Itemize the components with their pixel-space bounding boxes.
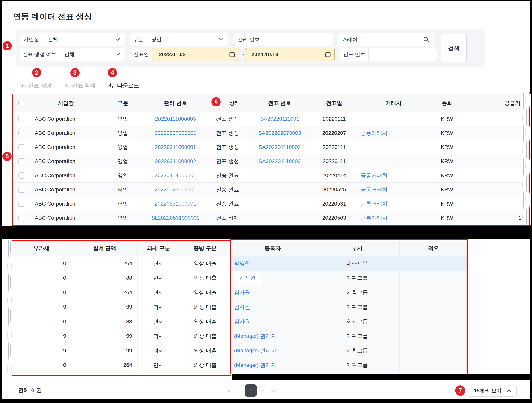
slip-no-link[interactable] bbox=[248, 196, 311, 211]
col-vat: 부가세 bbox=[12, 241, 72, 256]
page-size-select[interactable]: 15개씩 보기 bbox=[469, 385, 517, 397]
cell-type: 영업 bbox=[102, 196, 144, 211]
filter-site-label: 사업장 bbox=[20, 33, 43, 46]
mgmt-no-link[interactable]: SL20220531000001 bbox=[144, 211, 207, 225]
next-page-button[interactable]: › bbox=[262, 387, 265, 394]
registrant-cell: 김사원 bbox=[231, 271, 315, 285]
create-slip-button[interactable]: + 전표 생성 bbox=[20, 80, 52, 91]
table-row: 0 264 면세 외상 매출 (Manager) 관리자 기획그룹 bbox=[12, 358, 467, 372]
first-page-button[interactable]: « bbox=[227, 387, 231, 394]
search-icon[interactable] bbox=[423, 36, 430, 43]
vendor-link[interactable] bbox=[357, 154, 430, 168]
calendar-icon[interactable] bbox=[229, 51, 235, 57]
mgmt-no-link[interactable]: 20220531000001 bbox=[144, 196, 207, 211]
cell-slip-date: 20220207 bbox=[311, 126, 357, 140]
table-row: ABC Corporation 영업 20220525000001 전송 완료 … bbox=[13, 182, 531, 196]
registrant-link[interactable]: (Manager) 관리자 bbox=[231, 358, 315, 372]
vendor-link[interactable]: 공통거래처 bbox=[357, 211, 430, 225]
cell-type: 영업 bbox=[102, 182, 144, 196]
slip-no-link[interactable] bbox=[248, 211, 311, 225]
row-select-cell bbox=[13, 112, 30, 126]
mgmt-no-link[interactable]: 20220414000001 bbox=[144, 168, 207, 182]
cell-currency: KRW bbox=[430, 168, 464, 182]
cell-type: 영업 bbox=[102, 211, 144, 225]
slip-date-to-input[interactable]: 2024.10.18 bbox=[245, 48, 335, 61]
row-checkbox[interactable] bbox=[18, 172, 25, 179]
download-button[interactable]: 다운로드 bbox=[107, 80, 139, 91]
cell-supply: -1 bbox=[464, 182, 531, 196]
cell-remarks bbox=[400, 271, 467, 285]
mgmt-no-link[interactable]: 20220211000001 bbox=[144, 140, 207, 154]
cell-supply: 1 bbox=[464, 126, 531, 140]
vendor-link[interactable] bbox=[357, 112, 430, 126]
prev-page-button[interactable]: ‹ bbox=[237, 387, 239, 394]
registrant-link[interactable]: 박병철 bbox=[231, 256, 315, 271]
table-row: ABC Corporation 영업 20220207000001 전표 생성 … bbox=[13, 126, 531, 140]
slip-no-link[interactable]: SA202202070003 bbox=[248, 126, 311, 140]
row-checkbox[interactable] bbox=[18, 144, 25, 150]
cell-department: 기획그룹 bbox=[315, 271, 400, 285]
registrant-link[interactable]: 김사원 bbox=[231, 314, 315, 329]
filter-category-select[interactable]: 구분 영업 bbox=[130, 33, 228, 46]
mgmt-no-link[interactable]: 20220207000001 bbox=[144, 126, 207, 140]
cell-total: 264 bbox=[72, 358, 138, 372]
cell-status: 전표 생성 bbox=[207, 140, 248, 154]
col-tax-type: 과세 구분 bbox=[138, 241, 180, 256]
row-checkbox[interactable] bbox=[18, 215, 25, 221]
registrant-link[interactable]: 김사원 bbox=[234, 272, 261, 283]
filter-slip-created-select[interactable]: 전표 생성 여부 전체 bbox=[19, 48, 125, 61]
delete-slip-button[interactable]: × 전표 삭제 bbox=[64, 80, 96, 91]
registrant-link[interactable]: (Manager) 관리자 bbox=[231, 343, 315, 358]
registrant-link[interactable]: (Manager) 관리자 bbox=[231, 329, 315, 343]
search-button[interactable]: 검색 bbox=[441, 34, 467, 62]
last-page-button[interactable]: » bbox=[270, 387, 274, 394]
table-row: ABC Corporation 영업 20220211000001 전표 생성 … bbox=[13, 140, 531, 154]
slip-no-link[interactable] bbox=[248, 182, 311, 196]
row-checkbox[interactable] bbox=[18, 116, 25, 122]
row-checkbox[interactable] bbox=[18, 158, 25, 164]
mgmt-no-input[interactable] bbox=[263, 33, 333, 46]
slip-no-input[interactable] bbox=[369, 48, 437, 61]
cell-status: 전송 완료 bbox=[207, 168, 248, 182]
cell-slip-date: 20220111 bbox=[311, 140, 357, 154]
chevron-down-icon bbox=[219, 38, 223, 41]
cell-evidence-type: 외상 매출 bbox=[180, 256, 231, 271]
slip-date-from-input[interactable]: 2022.01.02 bbox=[152, 48, 239, 61]
date-range-tilde: ~ bbox=[241, 48, 245, 61]
vendor-link[interactable] bbox=[357, 140, 430, 154]
vendor-link[interactable]: 공통거래처 bbox=[357, 168, 430, 182]
cell-remarks bbox=[400, 343, 467, 358]
chevron-up-icon bbox=[507, 389, 511, 392]
calendar-icon[interactable] bbox=[325, 51, 331, 57]
vendor-input[interactable] bbox=[361, 33, 423, 46]
filter-site-select[interactable]: 사업장 전체 bbox=[19, 33, 125, 46]
col-registrant: 등록자 bbox=[231, 241, 315, 256]
registrant-link[interactable]: 김사원 bbox=[231, 285, 315, 300]
cell-status: 전표 삭제 bbox=[207, 211, 248, 225]
row-checkbox[interactable] bbox=[18, 130, 25, 136]
slip-no-link[interactable]: SA20220111001 bbox=[248, 112, 311, 126]
registrant-link[interactable]: 김사원 bbox=[231, 300, 315, 314]
cell-currency: KRW bbox=[430, 140, 464, 154]
cell-vat: 9 bbox=[12, 343, 72, 358]
mgmt-no-link[interactable]: 20220111000003 bbox=[144, 112, 207, 126]
slip-date-from-value: 2022.01.02 bbox=[152, 51, 186, 57]
cell-vat: 0 bbox=[12, 314, 72, 329]
cell-department: 기획그룹 bbox=[315, 358, 400, 372]
slip-no-link[interactable] bbox=[248, 168, 311, 182]
download-icon bbox=[107, 82, 114, 89]
current-page-button[interactable]: 1 bbox=[245, 384, 257, 397]
row-checkbox[interactable] bbox=[18, 187, 25, 193]
mgmt-no-link[interactable]: 20220211000002 bbox=[144, 154, 207, 168]
slip-no-link[interactable]: SA202201110003 bbox=[248, 154, 311, 168]
row-select-cell bbox=[13, 126, 30, 140]
vendor-link[interactable]: 공통거래처 bbox=[357, 126, 430, 140]
select-all-checkbox[interactable] bbox=[18, 100, 25, 106]
vendor-link[interactable]: 공통거래처 bbox=[357, 182, 430, 196]
row-select-cell bbox=[13, 154, 30, 168]
slip-no-link[interactable]: SA202201110002 bbox=[248, 140, 311, 154]
mgmt-no-link[interactable]: 20220525000001 bbox=[144, 182, 207, 196]
filter-mgmt-no-field: 관리 번호 bbox=[234, 33, 333, 46]
row-checkbox[interactable] bbox=[18, 201, 25, 207]
vendor-link[interactable]: 공통거래처 bbox=[357, 196, 430, 211]
